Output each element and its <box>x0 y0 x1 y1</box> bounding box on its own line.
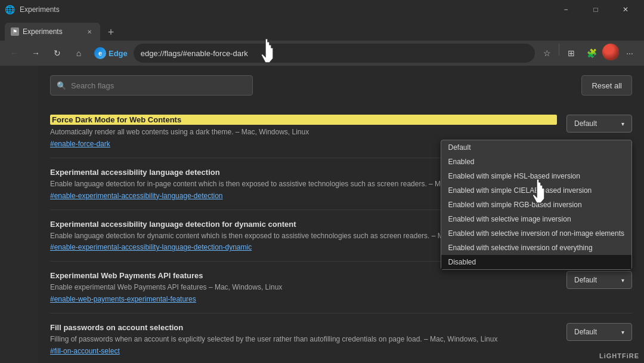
flag-title-fill-passwords: Fill passwords on account selection <box>50 323 557 332</box>
maximize-button[interactable]: □ <box>582 0 609 19</box>
profile-avatar[interactable] <box>602 44 619 60</box>
tab-label: Experiments <box>23 27 63 36</box>
new-tab-button[interactable]: + <box>103 24 119 41</box>
flag-desc-force-dark: Automatically render all web contents us… <box>50 127 557 137</box>
dropdown-option-3[interactable]: Enabled with simple CIELAB-based inversi… <box>441 183 632 198</box>
flag-control-force-dark: Default▾ <box>566 115 632 133</box>
tab-icon: ⚑ <box>11 27 19 36</box>
address-bar[interactable]: edge://flags/#enable-force-dark <box>134 44 535 63</box>
flag-info-fill-passwords: Fill passwords on account selectionFilli… <box>50 323 557 355</box>
dropdown-option-0[interactable]: Default <box>441 140 632 155</box>
avatar-image <box>602 44 619 60</box>
edge-label: Edge <box>109 49 128 58</box>
sidebar <box>0 66 38 363</box>
flag-link-web-payments[interactable]: #enable-web-payments-experimental-featur… <box>50 295 557 303</box>
dropdown-option-2[interactable]: Enabled with simple HSL-based inversion <box>441 169 632 183</box>
flag-dropdown-force-dark[interactable]: Default▾ <box>566 115 632 133</box>
minimize-button[interactable]: − <box>552 0 580 19</box>
dropdown-option-5[interactable]: Enabled with selective image inversion <box>441 212 632 226</box>
watermark: LiGHTFiRE <box>599 352 639 359</box>
edge-logo: e Edge <box>91 47 131 59</box>
dropdown-overlay: DefaultEnabledEnabled with simple HSL-ba… <box>441 140 633 270</box>
flag-item-fill-passwords: Fill passwords on account selectionFilli… <box>50 313 632 363</box>
search-icon: 🔍 <box>57 81 66 90</box>
flag-control-web-payments: Default▾ <box>566 271 632 289</box>
forward-button[interactable]: → <box>26 44 45 63</box>
dropdown-option-1[interactable]: Enabled <box>441 155 632 169</box>
flag-dropdown-fill-passwords[interactable]: Default▾ <box>566 323 632 341</box>
nav-bar: ← → ↻ ⌂ e Edge edge://flags/#enable-forc… <box>0 41 644 66</box>
dropdown-option-4[interactable]: Enabled with simple RGB-based inversion <box>441 198 632 212</box>
address-text: edge://flags/#enable-force-dark <box>141 49 248 58</box>
title-bar: 🌐 Experiments − □ ✕ <box>0 0 644 19</box>
flag-dropdown-web-payments[interactable]: Default▾ <box>566 271 632 289</box>
nav-divider <box>559 44 559 56</box>
flag-link-fill-passwords[interactable]: #fill-on-account-select <box>50 347 557 355</box>
extensions-button[interactable]: 🧩 <box>582 44 601 63</box>
flags-list: Force Dark Mode for Web ContentsAutomati… <box>38 105 644 363</box>
flags-page: 🔍 Search flags Reset all Force Dark Mode… <box>38 66 644 363</box>
window-controls: − □ ✕ <box>552 0 639 19</box>
window-icon: 🌐 <box>5 5 15 14</box>
tab-close-button[interactable]: ✕ <box>85 27 94 36</box>
flag-control-fill-passwords: Default▾ <box>566 323 632 341</box>
search-input-wrapper[interactable]: 🔍 Search flags <box>50 75 253 96</box>
collections-button[interactable]: ⊞ <box>562 44 581 63</box>
dropdown-option-7[interactable]: Enabled with selective inversion of ever… <box>441 241 632 255</box>
search-placeholder: Search flags <box>71 81 114 90</box>
tab-bar: ⚑ Experiments ✕ + <box>0 19 644 41</box>
dropdown-option-8[interactable]: Disabled <box>441 255 632 269</box>
flag-title-web-payments: Experimental Web Payments API features <box>50 271 557 280</box>
settings-more-button[interactable]: ··· <box>620 44 639 63</box>
flag-desc-web-payments: Enable experimental Web Payments API fea… <box>50 282 557 293</box>
close-button[interactable]: ✕ <box>612 0 639 19</box>
home-button[interactable]: ⌂ <box>69 44 88 63</box>
dropdown-option-6[interactable]: Enabled with selective inversion of non-… <box>441 226 632 241</box>
main-content: 🔍 Search flags Reset all Force Dark Mode… <box>0 66 644 363</box>
flag-title-force-dark: Force Dark Mode for Web Contents <box>50 115 557 125</box>
refresh-button[interactable]: ↻ <box>48 44 67 63</box>
reset-all-button[interactable]: Reset all <box>581 75 632 96</box>
nav-actions: ☆ ⊞ 🧩 ··· <box>537 44 639 63</box>
search-bar-container: 🔍 Search flags Reset all <box>38 66 644 105</box>
experiments-tab[interactable]: ⚑ Experiments ✕ <box>5 23 100 41</box>
title-bar-label: Experiments <box>20 5 60 14</box>
flag-info-web-payments: Experimental Web Payments API featuresEn… <box>50 271 557 303</box>
flag-desc-fill-passwords: Filling of passwords when an account is … <box>50 334 557 344</box>
back-button[interactable]: ← <box>5 44 24 63</box>
favorites-button[interactable]: ☆ <box>537 44 556 63</box>
edge-icon: e <box>94 47 106 59</box>
